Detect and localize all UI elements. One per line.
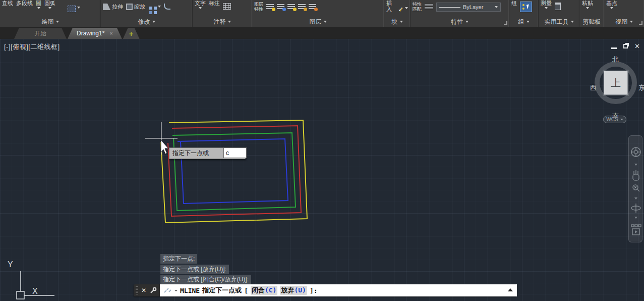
new-tab-button[interactable]: + (123, 28, 140, 39)
dimension-tool[interactable]: 标注 (209, 0, 220, 6)
svg-text:Y: Y (8, 260, 13, 269)
layer-lock-icon[interactable] (298, 4, 306, 10)
view-panel-expander[interactable] (639, 21, 642, 25)
fillet-tool[interactable] (164, 0, 170, 10)
chevron-down-icon (495, 6, 498, 8)
text-tool[interactable]: 文字 (195, 0, 206, 9)
chevron-down-icon[interactable] (405, 7, 408, 9)
layer-thaw-icon[interactable] (287, 4, 295, 10)
wcs-dropdown[interactable]: WCS (603, 116, 626, 123)
chevron-down-icon[interactable] (634, 164, 637, 166)
viewcube-east[interactable]: 东 (638, 83, 644, 92)
layer-on-icon[interactable] (266, 4, 274, 10)
command-history-expand-icon[interactable] (508, 288, 513, 291)
draw-panel-dropdown[interactable]: 绘图 (0, 17, 100, 27)
stretch-tool[interactable]: 拉伸 (103, 3, 123, 11)
drawing-canvas[interactable]: [-][俯视][二维线框] ✕ 北 南 西 东 上 WCS (0, 39, 644, 301)
command-line-bar: ✕ MLINE 指定下一点或 [ 闭合(C) 放弃(U) ]: (134, 284, 517, 296)
zoom-icon[interactable] (633, 185, 639, 191)
chevron-down-icon[interactable] (158, 6, 161, 8)
pan-hand-icon[interactable] (633, 170, 639, 180)
block-panel-dropdown[interactable]: 块 (384, 17, 410, 27)
minimize-icon[interactable] (611, 47, 617, 49)
command-history-line: 指定下一点或 [放弃(U)]: (160, 265, 229, 274)
scale-icon (126, 4, 133, 10)
command-input-field[interactable]: MLINE 指定下一点或 [ 闭合(C) 放弃(U) ]: (160, 284, 517, 296)
navigation-wheel-icon[interactable] (631, 147, 640, 157)
recent-commands-icon[interactable] (174, 290, 178, 291)
arc-tool[interactable]: 圆弧 (44, 0, 55, 9)
annotate-panel-dropdown[interactable]: 注释 (193, 17, 252, 27)
navigation-bar (628, 135, 642, 242)
circle-tool[interactable]: 圆 (36, 0, 41, 9)
properties-panel-dropdown[interactable]: 特性 (411, 17, 509, 27)
layer-freeze-icon[interactable] (277, 4, 284, 10)
selection-marquee-tool[interactable] (68, 3, 80, 12)
viewcube-west[interactable]: 西 (590, 83, 597, 92)
tab-drawing1[interactable]: Drawing1* × (68, 28, 122, 39)
lineweight-list-icon[interactable] (425, 4, 433, 10)
mline-outer-yellow (161, 120, 307, 223)
viewport-style-menu[interactable]: [二维线框] (28, 43, 60, 51)
linetype-dropdown[interactable]: ByLayer (436, 3, 501, 12)
orbit-icon[interactable] (631, 204, 640, 213)
viewcube-north[interactable]: 北 (612, 55, 619, 64)
line-tool[interactable]: 直线 (2, 0, 13, 6)
layers-panel-dropdown[interactable]: 图层 (252, 17, 384, 27)
match-properties-tool[interactable]: 特性 匹配 (413, 2, 422, 12)
dynamic-input-field[interactable] (223, 147, 247, 158)
mline-green (172, 133, 296, 211)
layer-properties-tool[interactable]: 图层 特性 (254, 2, 263, 12)
table-tool-icon[interactable] (223, 3, 231, 10)
group-tool[interactable] (520, 2, 532, 12)
restore-icon[interactable] (623, 44, 628, 48)
stretch-icon (103, 4, 110, 10)
layer-color-icon[interactable] (309, 4, 316, 10)
paste-tool[interactable]: 粘贴 (582, 0, 593, 9)
chevron-down-icon[interactable] (48, 7, 51, 9)
tab-start[interactable]: 开始 (14, 28, 67, 39)
chevron-down-icon[interactable] (634, 217, 637, 219)
view-panel-dropdown[interactable]: 视图 (604, 17, 644, 27)
viewport-controls-menu[interactable]: [-] (4, 43, 11, 51)
array-tool[interactable] (148, 3, 161, 10)
scale-tool[interactable]: 缩放 (126, 3, 145, 11)
tab-close-icon[interactable]: × (109, 30, 112, 36)
ribbon-panel-properties: 特性 匹配 ByLayer 特性 (411, 0, 509, 27)
chevron-down-icon[interactable] (545, 7, 548, 9)
chevron-down-icon[interactable] (199, 7, 202, 9)
modify-panel-dropdown[interactable]: 修改 (101, 17, 192, 27)
utilities-panel-dropdown[interactable]: 实用工具 (539, 17, 579, 27)
window-controls: ✕ (611, 43, 640, 49)
edit-attribute-tool[interactable]: ✓ (398, 3, 408, 13)
chevron-down-icon[interactable] (634, 197, 637, 199)
group-panel-dropdown[interactable]: 组 (509, 17, 538, 27)
chevron-down-icon[interactable] (77, 7, 80, 9)
showmotion-icon[interactable] (631, 225, 641, 235)
measure-tool[interactable]: 测量 (541, 0, 552, 9)
clipboard-panel-label[interactable]: 剪贴板 (580, 17, 604, 27)
customize-wrench-icon[interactable] (149, 287, 157, 294)
drag-handle-icon[interactable] (136, 286, 138, 294)
chevron-down-icon[interactable] (37, 7, 40, 9)
chevron-down-icon[interactable] (586, 7, 589, 9)
option-close-button[interactable]: 闭合(C) (251, 286, 277, 295)
command-prompt-text: MLINE 指定下一点或 [ 闭合(C) 放弃(U) ]: (180, 286, 318, 295)
arrow-cursor (161, 140, 168, 154)
chevron-down-icon[interactable] (610, 7, 613, 9)
polyline-tool[interactable]: 多段线 (16, 0, 33, 6)
linetype-value: ByLayer (463, 4, 483, 10)
viewport-view-menu[interactable]: [俯视] (11, 43, 28, 51)
viewcube-top-face[interactable]: 上 (604, 71, 628, 95)
ribbon-panel-modify: 拉伸 缩放 修改 (101, 0, 193, 27)
insert-tool[interactable]: 插入 (386, 0, 395, 12)
array-icon (149, 7, 152, 10)
properties-panel-expander[interactable] (504, 21, 507, 25)
ribbon-panel-layers: 图层 特性 图层 (252, 0, 384, 27)
calculator-icon[interactable] (555, 3, 561, 10)
close-icon[interactable]: ✕ (634, 43, 640, 49)
option-undo-button[interactable]: 放弃(U) (280, 286, 307, 295)
close-command-line-icon[interactable]: ✕ (141, 287, 146, 294)
basepoint-tool[interactable]: 基点 (606, 0, 617, 9)
cursor-icon (526, 5, 530, 10)
